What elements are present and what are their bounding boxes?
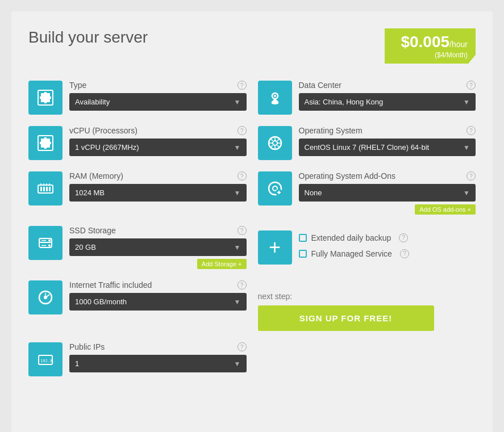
os-addons-add-link: Add OS add-ons + — [299, 204, 476, 215]
price-month: ($4/Month) — [393, 51, 468, 59]
vcpu-content: vCPU (Processors) ? 1 vCPU (2667MHz) ▼ — [69, 126, 247, 156]
vcpu-select-wrapper: 1 vCPU (2667MHz) ▼ — [69, 139, 247, 156]
os-addons-content: Operating System Add-Ons ? None ▼ Add OS… — [299, 171, 476, 215]
datacenter-select[interactable]: Asia: China, Hong Kong — [299, 93, 476, 111]
ram-select-wrapper: 1024 MB ▼ — [69, 184, 247, 202]
price-badge: $0.005/hour ($4/Month) — [385, 28, 476, 64]
svg-rect-13 — [44, 147, 47, 149]
storage-label: SSD Storage — [69, 226, 116, 235]
managed-service-help-icon[interactable]: ? — [400, 249, 409, 258]
os-field: Operating System ? CentOS Linux 7 (RHEL7… — [258, 126, 476, 160]
os-select-wrapper: CentOS Linux 7 (RHEL7 Clone) 64-bit ▼ — [299, 139, 476, 156]
datacenter-field: Data Center ? Asia: China, Hong Kong ▼ — [258, 81, 476, 115]
storage-select-wrapper: 20 GB ▼ — [69, 238, 247, 256]
type-select-wrapper: Availability ▼ — [69, 93, 247, 111]
vcpu-label: vCPU (Processors) — [69, 126, 138, 135]
datacenter-help-icon[interactable]: ? — [466, 81, 476, 90]
vcpu-select[interactable]: 1 vCPU (2667MHz) — [69, 139, 247, 156]
datacenter-select-wrapper: Asia: China, Hong Kong ▼ — [299, 93, 476, 111]
public-ips-content: Public IPs ? 1 ▼ — [69, 342, 247, 372]
managed-service-label: Fully Managed Service — [311, 249, 392, 258]
datacenter-label: Data Center — [299, 81, 341, 90]
svg-rect-11 — [49, 142, 51, 144]
ram-select[interactable]: 1024 MB — [69, 184, 247, 202]
traffic-help-icon[interactable]: ? — [238, 280, 247, 290]
svg-rect-12 — [44, 137, 47, 139]
os-help-icon[interactable]: ? — [466, 126, 476, 135]
ram-content: RAM (Memory) ? 1024 MB ▼ — [69, 171, 247, 202]
os-addons-select-wrapper: None ▼ — [299, 184, 476, 202]
svg-rect-20 — [49, 187, 51, 191]
public-ips-select-wrapper: 1 ▼ — [69, 355, 247, 372]
storage-add-link: Add Storage + — [69, 259, 247, 269]
traffic-content: Internet Traffic included ? 1000 GB/mont… — [69, 280, 247, 311]
add-storage-button[interactable]: Add Storage + — [197, 259, 247, 269]
datacenter-icon — [258, 81, 292, 115]
os-addons-field: Operating System Add-Ons ? None ▼ Add OS… — [258, 171, 476, 215]
public-ips-help-icon[interactable]: ? — [238, 342, 247, 351]
svg-rect-5 — [44, 102, 47, 103]
next-step-field: next step: SIGN UP FOR FREE! — [258, 280, 476, 331]
vcpu-field: vCPU (Processors) ? 1 vCPU (2667MHz) ▼ — [28, 126, 247, 160]
extended-backup-help-icon[interactable]: ? — [399, 233, 408, 242]
svg-rect-2 — [40, 97, 41, 99]
signup-button[interactable]: SIGN UP FOR FREE! — [258, 305, 434, 331]
storage-field: SSD Storage ? 20 GB ▼ Add Storage + — [28, 226, 247, 269]
price-main: $0.005/hour — [401, 39, 468, 49]
os-addons-help-icon[interactable]: ? — [466, 171, 476, 181]
svg-rect-16 — [38, 185, 53, 193]
public-ips-icon: 192.X.X.X — [28, 342, 63, 376]
svg-rect-18 — [43, 187, 45, 191]
svg-point-15 — [273, 141, 277, 145]
managed-service-item: Fully Managed Service ? — [299, 249, 476, 258]
ram-icon — [28, 171, 63, 205]
type-icon — [28, 81, 63, 115]
public-ips-field: 192.X.X.X Public IPs ? 1 ▼ — [28, 342, 247, 376]
traffic-select-wrapper: 1000 GB/month ▼ — [69, 293, 247, 311]
managed-service-checkbox[interactable] — [299, 250, 307, 258]
datacenter-content: Data Center ? Asia: China, Hong Kong ▼ — [299, 81, 476, 111]
next-step-section: next step: SIGN UP FOR FREE! — [258, 286, 434, 331]
type-field: Type ? Availability ▼ — [28, 81, 247, 115]
ram-label: RAM (Memory) — [69, 171, 123, 181]
add-os-addons-button[interactable]: Add OS add-ons + — [415, 204, 476, 215]
build-server-card: Build your server $0.005/hour ($4/Month) — [11, 11, 493, 432]
type-select[interactable]: Availability — [69, 93, 247, 111]
header: Build your server $0.005/hour ($4/Month) — [28, 28, 476, 64]
svg-rect-4 — [44, 92, 47, 94]
storage-select[interactable]: 20 GB — [69, 238, 247, 256]
os-addons-select[interactable]: None — [299, 184, 476, 202]
traffic-select[interactable]: 1000 GB/month — [69, 293, 247, 311]
svg-rect-17 — [40, 187, 42, 191]
os-select[interactable]: CentOS Linux 7 (RHEL7 Clone) 64-bit — [299, 139, 476, 156]
addon-options: Extended daily backup ? Fully Managed Se… — [299, 230, 476, 265]
extended-backup-label: Extended daily backup — [311, 233, 391, 242]
public-ips-label: Public IPs — [69, 342, 105, 351]
type-help-icon[interactable]: ? — [238, 81, 247, 90]
os-addons-label: Operating System Add-Ons — [299, 171, 395, 181]
svg-rect-1 — [41, 93, 50, 102]
storage-icon — [28, 226, 63, 260]
traffic-icon — [28, 280, 63, 314]
extended-backup-checkbox[interactable] — [299, 234, 307, 242]
vcpu-help-icon[interactable]: ? — [238, 126, 247, 135]
os-label: Operating System — [299, 126, 363, 135]
svg-rect-19 — [46, 187, 48, 191]
os-content: Operating System ? CentOS Linux 7 (RHEL7… — [299, 126, 476, 156]
next-step-label: next step: — [258, 292, 434, 301]
addons-plus-icon: + — [258, 230, 292, 265]
traffic-field: Internet Traffic included ? 1000 GB/mont… — [28, 280, 247, 331]
svg-point-7 — [274, 95, 276, 97]
type-label: Type — [69, 81, 86, 90]
svg-point-33 — [48, 245, 51, 247]
svg-rect-9 — [41, 139, 50, 148]
public-ips-select[interactable]: 1 — [69, 355, 247, 372]
storage-help-icon[interactable]: ? — [238, 226, 247, 235]
ram-help-icon[interactable]: ? — [238, 171, 247, 181]
storage-content: SSD Storage ? 20 GB ▼ Add Storage + — [69, 226, 247, 269]
svg-rect-3 — [49, 97, 51, 99]
os-addons-icon — [258, 171, 292, 205]
vcpu-icon — [28, 126, 63, 160]
svg-rect-10 — [40, 142, 41, 144]
svg-point-32 — [48, 240, 51, 242]
